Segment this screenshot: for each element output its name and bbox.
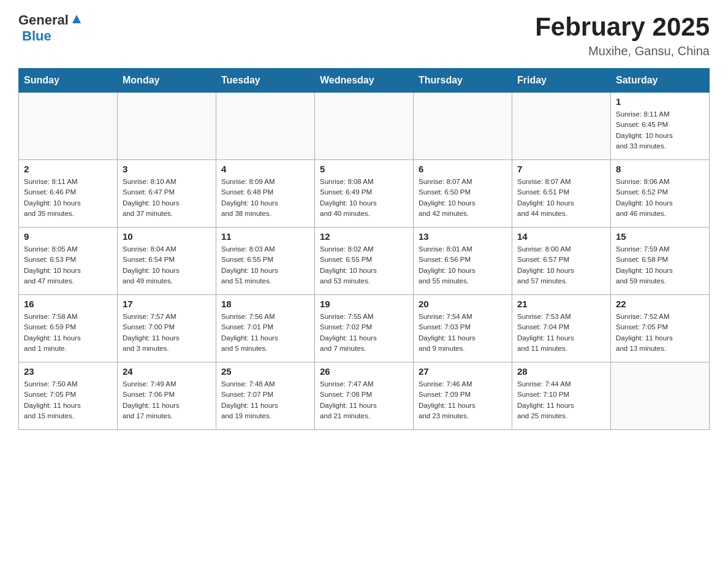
day-info: Sunrise: 7:57 AM Sunset: 7:00 PM Dayligh… <box>123 312 211 354</box>
weekday-header-saturday: Saturday <box>611 69 710 93</box>
day-info: Sunrise: 7:50 AM Sunset: 7:05 PM Dayligh… <box>24 379 112 421</box>
calendar-week-row: 16Sunrise: 7:58 AM Sunset: 6:59 PM Dayli… <box>19 295 710 362</box>
calendar-week-row: 1Sunrise: 8:11 AM Sunset: 6:45 PM Daylig… <box>19 93 710 160</box>
calendar-cell: 8Sunrise: 8:06 AM Sunset: 6:52 PM Daylig… <box>611 160 710 228</box>
calendar-week-row: 2Sunrise: 8:11 AM Sunset: 6:46 PM Daylig… <box>19 160 710 228</box>
day-number: 10 <box>123 231 211 242</box>
calendar-body: 1Sunrise: 8:11 AM Sunset: 6:45 PM Daylig… <box>19 93 710 430</box>
calendar-cell: 9Sunrise: 8:05 AM Sunset: 6:53 PM Daylig… <box>19 228 118 295</box>
calendar-cell: 13Sunrise: 8:01 AM Sunset: 6:56 PM Dayli… <box>414 228 512 295</box>
calendar-cell: 5Sunrise: 8:08 AM Sunset: 6:49 PM Daylig… <box>315 160 414 228</box>
calendar-cell: 7Sunrise: 8:07 AM Sunset: 6:51 PM Daylig… <box>512 160 611 228</box>
calendar-week-row: 23Sunrise: 7:50 AM Sunset: 7:05 PM Dayli… <box>19 362 710 430</box>
calendar-cell: 14Sunrise: 8:00 AM Sunset: 6:57 PM Dayli… <box>512 228 611 295</box>
day-info: Sunrise: 7:48 AM Sunset: 7:07 PM Dayligh… <box>221 379 309 421</box>
calendar-cell <box>512 93 611 160</box>
day-info: Sunrise: 8:07 AM Sunset: 6:51 PM Dayligh… <box>517 177 605 219</box>
logo-triangle-icon <box>70 12 83 25</box>
calendar-cell <box>611 362 710 430</box>
day-number: 20 <box>419 299 507 309</box>
day-info: Sunrise: 7:53 AM Sunset: 7:04 PM Dayligh… <box>517 312 605 354</box>
calendar-cell: 6Sunrise: 8:07 AM Sunset: 6:50 PM Daylig… <box>414 160 512 228</box>
day-info: Sunrise: 8:05 AM Sunset: 6:53 PM Dayligh… <box>24 244 112 286</box>
calendar-subtitle: Muxihe, Gansu, China <box>535 44 710 58</box>
day-info: Sunrise: 8:00 AM Sunset: 6:57 PM Dayligh… <box>517 244 605 286</box>
logo: General Blue <box>18 12 83 44</box>
day-number: 23 <box>24 366 112 377</box>
day-number: 9 <box>24 231 112 242</box>
calendar-cell <box>118 93 216 160</box>
day-info: Sunrise: 8:03 AM Sunset: 6:55 PM Dayligh… <box>221 244 309 286</box>
day-info: Sunrise: 8:02 AM Sunset: 6:55 PM Dayligh… <box>320 244 408 286</box>
calendar-cell: 4Sunrise: 8:09 AM Sunset: 6:48 PM Daylig… <box>216 160 315 228</box>
calendar-cell <box>414 93 512 160</box>
day-info: Sunrise: 8:04 AM Sunset: 6:54 PM Dayligh… <box>123 244 211 286</box>
svg-marker-0 <box>72 15 81 23</box>
calendar-cell: 18Sunrise: 7:56 AM Sunset: 7:01 PM Dayli… <box>216 295 315 362</box>
day-number: 28 <box>517 366 605 377</box>
calendar-table: SundayMondayTuesdayWednesdayThursdayFrid… <box>18 68 710 430</box>
day-number: 2 <box>24 164 112 174</box>
day-number: 21 <box>517 299 605 309</box>
weekday-header-row: SundayMondayTuesdayWednesdayThursdayFrid… <box>19 69 710 93</box>
day-info: Sunrise: 7:58 AM Sunset: 6:59 PM Dayligh… <box>24 312 112 354</box>
calendar-title: February 2025 <box>535 12 710 42</box>
day-number: 25 <box>221 366 309 377</box>
weekday-header-wednesday: Wednesday <box>315 69 414 93</box>
calendar-week-row: 9Sunrise: 8:05 AM Sunset: 6:53 PM Daylig… <box>19 228 710 295</box>
logo-blue-text: Blue <box>22 28 51 44</box>
day-number: 5 <box>320 164 408 174</box>
day-number: 15 <box>616 231 704 242</box>
title-section: February 2025 Muxihe, Gansu, China <box>535 12 710 58</box>
day-number: 19 <box>320 299 408 309</box>
day-info: Sunrise: 7:47 AM Sunset: 7:08 PM Dayligh… <box>320 379 408 421</box>
day-number: 22 <box>616 299 704 309</box>
calendar-cell: 10Sunrise: 8:04 AM Sunset: 6:54 PM Dayli… <box>118 228 216 295</box>
calendar-cell: 23Sunrise: 7:50 AM Sunset: 7:05 PM Dayli… <box>19 362 118 430</box>
calendar-cell: 27Sunrise: 7:46 AM Sunset: 7:09 PM Dayli… <box>414 362 512 430</box>
day-number: 13 <box>419 231 507 242</box>
day-info: Sunrise: 7:55 AM Sunset: 7:02 PM Dayligh… <box>320 312 408 354</box>
day-number: 11 <box>221 231 309 242</box>
day-info: Sunrise: 7:52 AM Sunset: 7:05 PM Dayligh… <box>616 312 704 354</box>
day-info: Sunrise: 7:44 AM Sunset: 7:10 PM Dayligh… <box>517 379 605 421</box>
calendar-cell: 20Sunrise: 7:54 AM Sunset: 7:03 PM Dayli… <box>414 295 512 362</box>
calendar-cell: 26Sunrise: 7:47 AM Sunset: 7:08 PM Dayli… <box>315 362 414 430</box>
day-info: Sunrise: 8:11 AM Sunset: 6:46 PM Dayligh… <box>24 177 112 219</box>
calendar-cell <box>315 93 414 160</box>
day-number: 6 <box>419 164 507 174</box>
day-info: Sunrise: 8:10 AM Sunset: 6:47 PM Dayligh… <box>123 177 211 219</box>
weekday-header-thursday: Thursday <box>414 69 512 93</box>
day-info: Sunrise: 7:46 AM Sunset: 7:09 PM Dayligh… <box>419 379 507 421</box>
calendar-cell: 22Sunrise: 7:52 AM Sunset: 7:05 PM Dayli… <box>611 295 710 362</box>
day-number: 7 <box>517 164 605 174</box>
day-number: 3 <box>123 164 211 174</box>
day-number: 16 <box>24 299 112 309</box>
calendar-cell: 1Sunrise: 8:11 AM Sunset: 6:45 PM Daylig… <box>611 93 710 160</box>
calendar-cell: 17Sunrise: 7:57 AM Sunset: 7:00 PM Dayli… <box>118 295 216 362</box>
calendar-cell: 12Sunrise: 8:02 AM Sunset: 6:55 PM Dayli… <box>315 228 414 295</box>
calendar-cell: 2Sunrise: 8:11 AM Sunset: 6:46 PM Daylig… <box>19 160 118 228</box>
day-info: Sunrise: 8:01 AM Sunset: 6:56 PM Dayligh… <box>419 244 507 286</box>
page-header: General Blue February 2025 Muxihe, Gansu… <box>18 12 710 58</box>
calendar-cell: 28Sunrise: 7:44 AM Sunset: 7:10 PM Dayli… <box>512 362 611 430</box>
day-number: 1 <box>616 96 704 107</box>
calendar-cell: 25Sunrise: 7:48 AM Sunset: 7:07 PM Dayli… <box>216 362 315 430</box>
day-number: 14 <box>517 231 605 242</box>
calendar-cell <box>216 93 315 160</box>
calendar-cell <box>19 93 118 160</box>
calendar-cell: 19Sunrise: 7:55 AM Sunset: 7:02 PM Dayli… <box>315 295 414 362</box>
day-info: Sunrise: 7:49 AM Sunset: 7:06 PM Dayligh… <box>123 379 211 421</box>
day-number: 24 <box>123 366 211 377</box>
day-number: 27 <box>419 366 507 377</box>
calendar-cell: 21Sunrise: 7:53 AM Sunset: 7:04 PM Dayli… <box>512 295 611 362</box>
calendar-cell: 24Sunrise: 7:49 AM Sunset: 7:06 PM Dayli… <box>118 362 216 430</box>
day-number: 4 <box>221 164 309 174</box>
day-number: 17 <box>123 299 211 309</box>
weekday-header-sunday: Sunday <box>19 69 118 93</box>
day-info: Sunrise: 7:59 AM Sunset: 6:58 PM Dayligh… <box>616 244 704 286</box>
day-number: 26 <box>320 366 408 377</box>
day-info: Sunrise: 8:08 AM Sunset: 6:49 PM Dayligh… <box>320 177 408 219</box>
day-info: Sunrise: 8:06 AM Sunset: 6:52 PM Dayligh… <box>616 177 704 219</box>
logo-general-text: General <box>18 12 69 28</box>
